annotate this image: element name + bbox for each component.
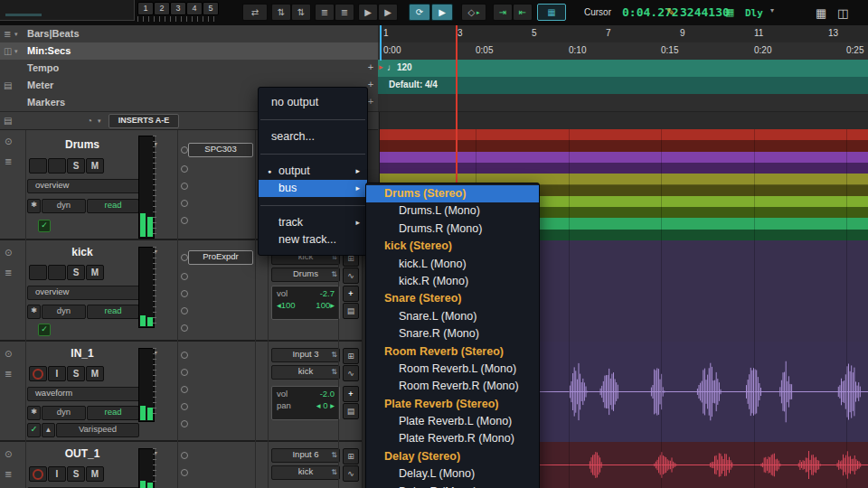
- timebase-check-icon[interactable]: ✓: [38, 220, 51, 232]
- list-icon[interactable]: ≣: [4, 29, 11, 39]
- track-options-icon[interactable]: ≣: [5, 469, 12, 479]
- loop-playback-button[interactable]: ⟳: [409, 4, 430, 21]
- smart-tool-button[interactable]: ⇄: [242, 4, 268, 21]
- zoom-vertical-button[interactable]: ⇅: [271, 4, 291, 21]
- mute-button[interactable]: M: [86, 265, 104, 280]
- mute-button[interactable]: M: [86, 366, 104, 381]
- track-list-icon[interactable]: ▤: [4, 116, 12, 126]
- menu-item-track[interactable]: track▸: [259, 214, 367, 231]
- window-select-icon[interactable]: ◫: [4, 46, 12, 56]
- edit-list-button-1[interactable]: ≣: [315, 4, 335, 21]
- ruler-row-tempo[interactable]: Tempo +: [0, 60, 378, 78]
- mini-track-lane-1[interactable]: [378, 129, 868, 141]
- bus-item-kick-stereo[interactable]: kick (Stereo): [366, 238, 539, 255]
- input-selector[interactable]: Input 6⇅: [271, 448, 340, 463]
- input-selector[interactable]: Input 3⇅: [271, 348, 340, 362]
- track-name[interactable]: IN_1: [27, 347, 137, 360]
- ruler-label-meter[interactable]: Meter: [27, 80, 53, 90]
- record-enable-button[interactable]: [29, 158, 47, 174]
- nudge-button-2[interactable]: ▶: [378, 4, 398, 21]
- bus-item-kick-r[interactable]: kick.R (Mono): [366, 273, 539, 290]
- solo-button[interactable]: S: [67, 158, 85, 174]
- loop-record-button[interactable]: ◇▸: [461, 4, 486, 21]
- insert-button-spc303[interactable]: SPC303: [188, 143, 253, 157]
- ruler-label-bars-beats[interactable]: Bars|Beats: [27, 28, 80, 39]
- dyn-button[interactable]: dyn: [42, 199, 86, 213]
- ruler-label-tempo[interactable]: Tempo: [27, 62, 59, 73]
- dyn-button[interactable]: dyn: [42, 406, 86, 420]
- mini-track-lane-2[interactable]: [378, 140, 868, 152]
- insert-button-proexpdr[interactable]: ProExpdr: [188, 250, 253, 265]
- bus-item-kick-l[interactable]: kick.L (Mono): [366, 256, 539, 273]
- track-freeze-icon[interactable]: ⊙: [5, 248, 12, 258]
- track-name[interactable]: Drums: [27, 138, 137, 151]
- menu-item-new-track[interactable]: new track...: [259, 231, 367, 249]
- solo-button[interactable]: S: [67, 265, 85, 280]
- window-config-button[interactable]: ▦: [537, 4, 566, 21]
- view-selector-icon[interactable]: ◔: [87, 116, 92, 126]
- wave-icon-button[interactable]: ∿: [343, 267, 359, 284]
- solo-button[interactable]: S: [67, 466, 85, 482]
- rows-icon-button[interactable]: ▤: [343, 303, 359, 319]
- track-freeze-icon[interactable]: ⊙: [5, 349, 12, 359]
- markers-ruler[interactable]: [378, 94, 868, 112]
- add-tempo-button[interactable]: +: [365, 61, 376, 73]
- output-selector[interactable]: kick⇅: [271, 465, 340, 480]
- bus-item-plate-reverb-stereo[interactable]: Plate Reverb (Stereo): [366, 396, 539, 413]
- play-button[interactable]: ▶: [431, 4, 453, 21]
- memory-button-4[interactable]: 4: [186, 2, 203, 15]
- bus-item-delay-stereo[interactable]: Delay (Stereo): [366, 448, 539, 465]
- bus-item-plate-reverb-r[interactable]: Plate Reverb.R (Mono): [366, 430, 539, 447]
- menu-item-bus[interactable]: bus▸: [259, 180, 367, 197]
- add-button[interactable]: +: [343, 386, 359, 402]
- record-enable-button[interactable]: [29, 265, 47, 280]
- mini-track-lane-4[interactable]: [378, 163, 868, 174]
- mute-button[interactable]: M: [86, 466, 104, 482]
- bus-item-snare-r[interactable]: Snare.R (Mono): [366, 325, 539, 343]
- track-name[interactable]: OUT_1: [27, 447, 137, 460]
- output-selector[interactable]: kick⇅: [271, 365, 340, 380]
- timebase-check-icon[interactable]: ✓: [38, 324, 51, 336]
- volume-pan-display[interactable]: vol-2.7 ◂100100▸: [271, 286, 340, 320]
- playlist-icon-button[interactable]: ⊞: [343, 448, 359, 465]
- automation-mode-button[interactable]: read: [87, 305, 139, 319]
- dly-caret-icon[interactable]: ▾: [770, 6, 774, 14]
- bus-item-drums-r[interactable]: Drums.R (Mono): [366, 221, 539, 238]
- menu-item-search[interactable]: search...: [259, 128, 367, 145]
- varispeed-button[interactable]: Varispeed: [56, 423, 139, 437]
- memory-button-5[interactable]: 5: [203, 2, 219, 15]
- bus-item-snare-l[interactable]: Snare.L (Mono): [366, 308, 539, 325]
- output-selector[interactable]: Drums⇅: [271, 267, 340, 282]
- bus-item-drums-l[interactable]: Drums.L (Mono): [366, 202, 539, 220]
- varispeed-check-button[interactable]: ✓: [27, 423, 41, 437]
- track-freeze-icon[interactable]: ⊙: [5, 136, 12, 146]
- bars-ruler[interactable]: 1 3 5 7 9 11 13: [378, 25, 868, 43]
- track-view-selector[interactable]: waveform▾: [27, 387, 146, 401]
- automation-mode-button[interactable]: read: [87, 199, 139, 213]
- input-monitor-button[interactable]: I: [48, 366, 66, 381]
- view-selector-caret-icon[interactable]: ▾: [98, 117, 101, 125]
- input-monitor-button[interactable]: I: [48, 466, 66, 482]
- inserts-header[interactable]: INSERTS A-E: [108, 114, 179, 128]
- bus-item-snare-stereo[interactable]: Snare (Stereo): [366, 290, 539, 307]
- track-options-icon[interactable]: ≣: [5, 369, 12, 379]
- ruler-label-min-secs[interactable]: Min:Secs: [27, 45, 71, 56]
- add-button[interactable]: +: [343, 286, 359, 302]
- solo-button[interactable]: S: [67, 366, 85, 381]
- track-name[interactable]: kick: [27, 246, 137, 258]
- mini-track-lane-3[interactable]: [378, 152, 868, 164]
- zoom-horizontal-button[interactable]: ⇅: [291, 4, 311, 21]
- bus-item-room-reverb-l[interactable]: Room Reverb.L (Mono): [366, 361, 539, 378]
- automation-icon-button[interactable]: ✱: [27, 305, 41, 319]
- memory-button-3[interactable]: 3: [170, 2, 186, 15]
- track-freeze-icon[interactable]: ⊙: [5, 449, 12, 459]
- nudge-button-1[interactable]: ▶: [358, 4, 378, 21]
- dyn-button[interactable]: dyn: [42, 305, 86, 319]
- automation-mode-button[interactable]: read: [87, 406, 139, 420]
- grid-value-icon[interactable]: ▦: [725, 6, 734, 18]
- automation-icon-button[interactable]: ✱: [27, 199, 41, 213]
- rows-icon[interactable]: ▤: [4, 80, 12, 90]
- automation-icon-button[interactable]: ✱: [27, 406, 41, 420]
- varispeed-mode-button[interactable]: ▴: [42, 423, 55, 437]
- input-monitor-button[interactable]: [48, 265, 66, 280]
